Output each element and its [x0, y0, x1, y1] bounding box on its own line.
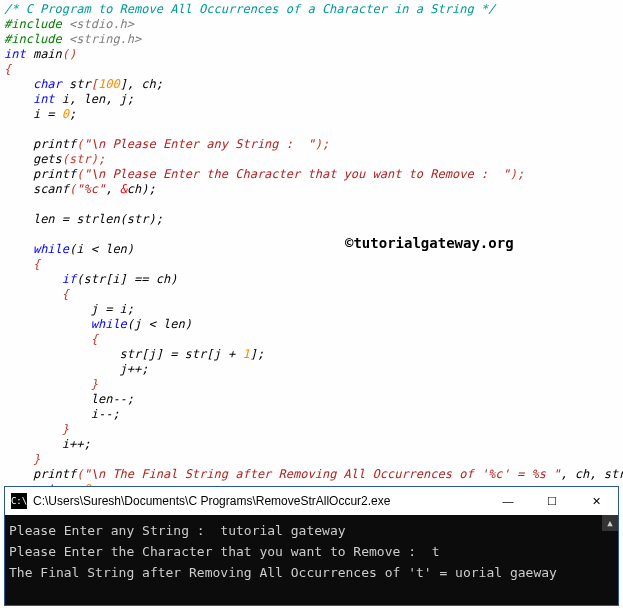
code-editor: /* C Program to Remove All Occurrences o…	[0, 0, 623, 514]
minimize-button[interactable]: —	[486, 487, 530, 515]
output-line: Please Enter the Character that you want…	[9, 544, 614, 559]
titlebar[interactable]: C:\ C:\Users\Suresh\Documents\C Programs…	[5, 487, 618, 515]
main-func: main	[26, 47, 62, 61]
console-output: ▲ Please Enter any String : tutorial gat…	[5, 515, 618, 605]
include-2: #include	[4, 32, 69, 46]
window-title: C:\Users\Suresh\Documents\C Programs\Rem…	[33, 494, 486, 508]
output-line: The Final String after Removing All Occu…	[9, 565, 614, 580]
include-1: #include	[4, 17, 69, 31]
close-button[interactable]: ✕	[574, 487, 618, 515]
console-window: C:\ C:\Users\Suresh\Documents\C Programs…	[4, 486, 619, 606]
watermark: ©tutorialgateway.org	[345, 236, 514, 251]
scroll-up-icon[interactable]: ▲	[602, 515, 618, 531]
output-line: Please Enter any String : tutorial gatew…	[9, 523, 614, 538]
comment: /* C Program to Remove All Occurrences o…	[4, 2, 495, 16]
app-icon: C:\	[11, 493, 27, 509]
maximize-button[interactable]: ☐	[530, 487, 574, 515]
